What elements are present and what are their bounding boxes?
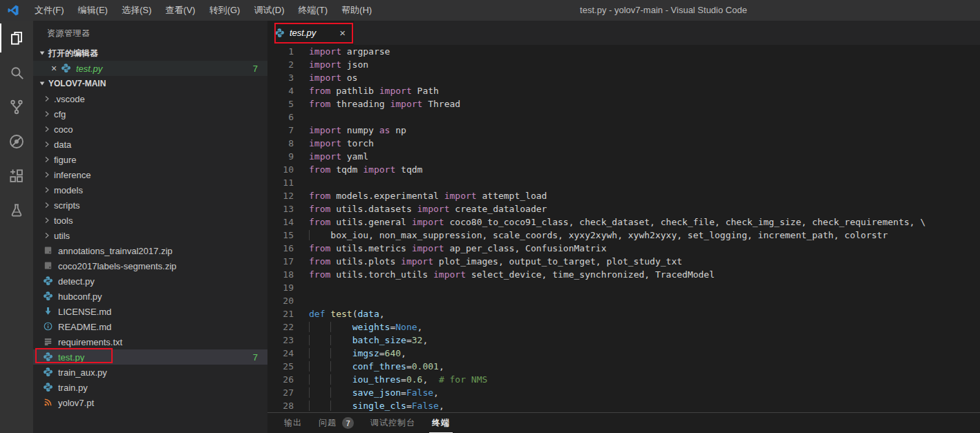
menu-item[interactable]: 选择(S) xyxy=(115,5,158,15)
file-item-utils[interactable]: utils xyxy=(33,228,267,243)
section-project-root[interactable]: YOLOV7-MAIN xyxy=(33,76,267,91)
file-item-LICENSE.md[interactable]: LICENSE.md xyxy=(33,304,267,319)
code-line: 25 conf_thres=0.001, xyxy=(267,360,980,373)
file-label: requirements.txt xyxy=(58,337,122,347)
chevron-right-icon xyxy=(43,201,51,209)
extensions-icon[interactable] xyxy=(0,159,33,193)
file-item-train_aux.py[interactable]: train_aux.py xyxy=(33,365,267,380)
file-item-cfg[interactable]: cfg xyxy=(33,106,267,122)
file-item-README.md[interactable]: README.md xyxy=(33,319,267,334)
file-label: scripts xyxy=(54,200,80,211)
panel-tab-label: 调试控制台 xyxy=(370,417,415,429)
file-label: train_aux.py xyxy=(58,367,107,378)
file-label: train.py xyxy=(58,383,88,393)
menu-item[interactable]: 查看(V) xyxy=(158,5,202,15)
code-line: 3import os xyxy=(267,71,980,84)
line-text: import json xyxy=(309,58,368,71)
file-label: utils xyxy=(54,231,70,241)
code-line: 15 box_iou, non_max_suppression, scale_c… xyxy=(267,229,980,242)
python-file-icon xyxy=(43,291,54,302)
line-number: 18 xyxy=(267,268,309,281)
sidebar-title: 资源管理器 xyxy=(33,21,267,46)
section-open-editors[interactable]: 打开的编辑器 xyxy=(33,46,267,61)
close-icon[interactable]: × xyxy=(48,63,59,74)
file-label: figure xyxy=(54,155,77,165)
line-text: import torch xyxy=(309,137,374,150)
file-item-hubconf.py[interactable]: hubconf.py xyxy=(33,289,267,304)
file-item-annotations_trainval2017.zip[interactable]: annotations_trainval2017.zip xyxy=(33,243,267,258)
file-item-.vscode[interactable]: .vscode xyxy=(33,91,267,106)
menu-item[interactable]: 转到(G) xyxy=(202,5,247,15)
editor-tab-bar: test.py× xyxy=(267,21,980,45)
panel-tab-终端[interactable]: 终端 xyxy=(429,413,453,433)
menu-item[interactable]: 帮助(H) xyxy=(334,5,379,15)
line-number: 25 xyxy=(267,360,309,373)
python-file-icon xyxy=(43,382,54,393)
open-editor-test.py[interactable]: ×test.py7 xyxy=(33,61,267,76)
line-number: 22 xyxy=(267,320,309,334)
bottom-panel: 输出问题7调试控制台终端 xyxy=(267,412,980,433)
code-line: 16from utils.metrics import ap_per_class… xyxy=(267,242,980,255)
search-icon[interactable] xyxy=(0,55,33,90)
file-item-inference[interactable]: inference xyxy=(33,167,267,182)
vscode-logo-icon xyxy=(7,4,19,17)
line-text: box_iou, non_max_suppression, scale_coor… xyxy=(309,229,887,242)
chevron-right-icon xyxy=(43,171,51,179)
file-item-models[interactable]: models xyxy=(33,182,267,198)
file-item-coco[interactable]: coco xyxy=(33,122,267,137)
line-text: from utils.general import coco80_to_coco… xyxy=(309,215,925,229)
line-number: 17 xyxy=(267,255,309,268)
problems-count-badge: 7 xyxy=(342,417,354,429)
section-twistie-icon xyxy=(39,80,46,87)
code-line: 27 save_json=False, xyxy=(267,386,980,399)
line-number: 8 xyxy=(267,137,309,150)
line-number: 24 xyxy=(267,347,309,360)
file-item-coco2017labels-segments.zip[interactable]: coco2017labels-segments.zip xyxy=(33,258,267,273)
code-line: 17from utils.plots import plot_images, o… xyxy=(267,255,980,268)
file-label: coco xyxy=(54,124,73,135)
source-control-icon[interactable] xyxy=(0,90,33,124)
debug-icon[interactable] xyxy=(0,124,33,159)
open-editors-list: ×test.py7 xyxy=(33,61,267,76)
menu-bar: 文件(F)编辑(E)选择(S)查看(V)转到(G)调试(D)终端(T)帮助(H) xyxy=(28,0,379,21)
editor-tab-test.py[interactable]: test.py× xyxy=(267,21,354,45)
file-item-data[interactable]: data xyxy=(33,137,267,152)
line-number: 5 xyxy=(267,97,309,110)
file-item-requirements.txt[interactable]: requirements.txt xyxy=(33,334,267,349)
file-label: test.py xyxy=(76,64,102,74)
line-text: conf_thres=0.001, xyxy=(309,360,444,373)
code-line: 22 weights=None, xyxy=(267,320,980,334)
menu-item[interactable]: 调试(D) xyxy=(247,5,291,15)
menu-item[interactable]: 编辑(E) xyxy=(71,5,115,15)
file-item-test.py[interactable]: test.py7 xyxy=(33,349,267,365)
explorer-icon[interactable] xyxy=(0,21,33,55)
file-item-scripts[interactable]: scripts xyxy=(33,198,267,213)
file-label: cfg xyxy=(54,109,66,119)
code-editor[interactable]: 1import argparse2import json3import os4f… xyxy=(267,45,980,412)
line-text: weights=None, xyxy=(309,320,422,334)
menu-item[interactable]: 终端(T) xyxy=(291,5,334,15)
section-twistie-icon xyxy=(39,50,46,57)
chevron-right-icon xyxy=(43,140,51,148)
readme-file-icon xyxy=(43,321,54,332)
code-line: 18from utils.torch_utils import select_d… xyxy=(267,268,980,281)
file-item-yolov7.pt[interactable]: yolov7.pt xyxy=(33,395,267,410)
code-line: 19 xyxy=(267,281,980,294)
line-number: 7 xyxy=(267,124,309,137)
panel-tab-输出[interactable]: 输出 xyxy=(281,413,305,433)
file-label: annotations_trainval2017.zip xyxy=(58,246,173,256)
file-tree: .vscodecfgcocodatafigureinferencemodelss… xyxy=(33,91,267,410)
panel-tab-调试控制台[interactable]: 调试控制台 xyxy=(368,413,418,433)
panel-tab-问题[interactable]: 问题7 xyxy=(316,413,357,433)
file-item-figure[interactable]: figure xyxy=(33,152,267,167)
close-icon[interactable]: × xyxy=(337,27,348,39)
file-label: .vscode xyxy=(54,94,85,104)
file-item-detect.py[interactable]: detect.py xyxy=(33,273,267,289)
file-item-tools[interactable]: tools xyxy=(33,213,267,228)
line-text: from utils.metrics import ap_per_class, … xyxy=(309,242,607,255)
menu-item[interactable]: 文件(F) xyxy=(28,5,71,15)
pt-file-icon xyxy=(43,397,54,408)
test-explorer-icon[interactable] xyxy=(0,193,33,228)
line-number: 16 xyxy=(267,242,309,255)
file-item-train.py[interactable]: train.py xyxy=(33,380,267,395)
